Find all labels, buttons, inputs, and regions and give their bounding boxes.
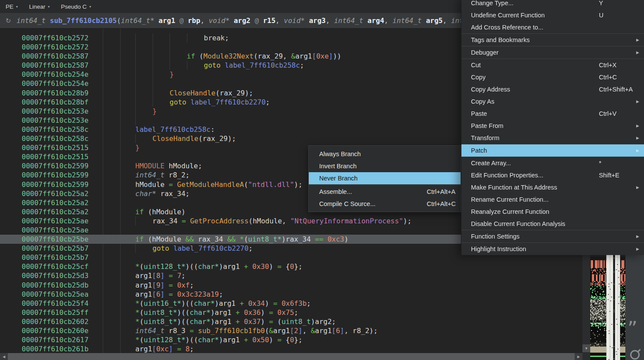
menu-item-disable-current-function-analysis[interactable]: Disable Current Function Analysis <box>461 218 644 230</box>
code-token: = <box>182 217 186 225</box>
toolbar-dropdown-pe[interactable]: PE▾ <box>6 3 18 10</box>
code-token: "ntdll.dll" <box>248 180 294 189</box>
code-token: , <box>282 217 290 225</box>
menu-item-highlight-instruction[interactable]: Highlight Instruction▶ <box>461 243 644 255</box>
code-token <box>173 290 177 298</box>
menu-item-reanalyze-current-function[interactable]: Reanalyze Current Function <box>461 206 644 218</box>
submenu-item-never-branch[interactable]: Never Branch <box>309 172 461 184</box>
code-token: 0 <box>290 262 294 271</box>
menu-item-tags-and-bookmarks[interactable]: Tags and Bookmarks▶ <box>461 34 644 46</box>
menu-item-label: Paste <box>471 110 487 117</box>
code-row[interactable]: 00007ff610cb25cf*(uint128_t*)((char*)arg… <box>0 262 582 271</box>
code-row[interactable]: 00007ff610cb25dbarg1[9] = 0xf; <box>0 281 582 290</box>
code-token: [ <box>290 327 294 335</box>
code-token: label_7ff610cb258c <box>135 125 210 134</box>
code-token: rax_34 <box>286 235 311 243</box>
code-line: HMODULE hModule; <box>135 161 202 170</box>
code-line: CloseHandle(rax_29); <box>135 134 236 143</box>
code-token: ] <box>298 327 303 335</box>
magnifier-icon[interactable] <box>630 350 640 360</box>
indent-guide <box>153 43 170 52</box>
menu-item-debugger[interactable]: Debugger▶ <box>461 46 644 59</box>
menu-item-make-function-at-this-address[interactable]: Make Function at This Address▶ <box>461 181 644 193</box>
code-token <box>164 290 169 298</box>
menu-item-cut[interactable]: CutCtrl+X <box>461 59 644 71</box>
code-token: 8 <box>156 272 160 280</box>
indent-guide <box>170 43 187 52</box>
code-token <box>164 272 169 280</box>
horizontal-scrollbar[interactable]: ◀ ▶ <box>0 353 582 360</box>
menu-item-rename-current-function[interactable]: Rename Current Function... <box>461 193 644 206</box>
menu-item-paste[interactable]: PasteCtrl+V <box>461 108 644 120</box>
menu-item-copy[interactable]: CopyCtrl+C <box>461 71 644 83</box>
scroll-left-button[interactable]: ◀ <box>0 353 8 360</box>
address: 00007ff610cb260e <box>22 326 88 335</box>
menu-shortcut: Ctrl+Shift+A <box>599 83 633 95</box>
menu-item-paste-from[interactable]: Paste From▶ <box>461 120 644 132</box>
code-row[interactable]: 00007ff610cb25f4*(uint16_t*)((char*)arg1… <box>0 299 582 308</box>
code-token: uint8_t <box>281 317 311 326</box>
code-row[interactable]: 00007ff610cb25ff*(uint8_t*)((char*)arg1 … <box>0 308 582 317</box>
menu-item-undefine-current-function[interactable]: Undefine Current FunctionU <box>461 9 644 21</box>
function-signature[interactable]: int64_t sub_7ff610cb2105(int64_t* arg1 @… <box>16 16 472 25</box>
code-row[interactable]: 00007ff610cb2617*(uint128_t*)((char*)arg… <box>0 335 582 344</box>
code-token: 0xc <box>156 345 169 353</box>
code-token: CloseHandle <box>170 89 216 97</box>
address: 00007ff610cb28b9 <box>22 88 88 98</box>
code-token: )arg2; <box>311 317 336 326</box>
menu-item-label: Compile C Source... <box>319 200 376 207</box>
code-token: )(( <box>186 336 198 344</box>
code-row[interactable]: 00007ff610cb25eaarg1[6] = 0x3c323a19; <box>0 290 582 299</box>
menu-shortcut: Ctrl+Alt+C <box>427 198 456 210</box>
menu-item-copy-as[interactable]: Copy As▶ <box>461 95 644 108</box>
submenu-item-always-branch[interactable]: Always Branch <box>309 148 461 160</box>
menu-item-label: Assemble... <box>319 188 352 195</box>
code-line <box>135 43 187 52</box>
code-row[interactable]: 00007ff610cb261barg1[0xc] = 8; <box>0 344 582 353</box>
menu-item-copy-address[interactable]: Copy AddressCtrl+Shift+A <box>461 83 644 95</box>
code-token <box>164 281 169 289</box>
menu-item-label: Always Branch <box>319 151 361 157</box>
quote-marks-icon[interactable]: ” <box>628 319 638 338</box>
toolbar-dropdown-pseudo-c[interactable]: Pseudo C▾ <box>61 3 91 10</box>
context-menu: Change Type...YUndefine Current Function… <box>461 0 644 255</box>
toolbar-dropdown-linear[interactable]: Linear▾ <box>29 3 50 10</box>
menu-item-label: Invert Branch <box>319 163 356 170</box>
horizontal-scrollbar-thumb[interactable] <box>8 353 575 360</box>
code-token: hModule <box>135 180 169 189</box>
submenu-arrow-icon: ▶ <box>636 46 639 59</box>
code-token: ); <box>294 180 302 189</box>
code-token: ] <box>169 345 173 353</box>
submenu-item-assemble[interactable]: Assemble...Ctrl+Alt+A <box>309 186 461 198</box>
code-row[interactable]: 00007ff610cb2602*(uint8_t*)((char*)arg1 … <box>0 317 582 326</box>
indent-guide <box>153 79 170 88</box>
submenu-item-compile-c-source[interactable]: Compile C Source...Ctrl+Alt+C <box>309 198 461 210</box>
menu-item-edit-function-properties[interactable]: Edit Function Properties...Shift+E <box>461 169 644 181</box>
menu-item-create-array[interactable]: Create Array...* <box>461 157 644 169</box>
code-token: arg1 <box>215 317 232 326</box>
address: 00007ff610cb25b7 <box>22 244 88 253</box>
code-row[interactable]: 00007ff610cb260eint64_t r8_3 = sub_7ff61… <box>0 326 582 335</box>
code-token: * <box>135 262 140 271</box>
menu-item-function-settings[interactable]: Function Settings▶ <box>461 230 644 242</box>
menu-item-change-type[interactable]: Change Type...Y <box>461 0 644 9</box>
code-line <box>135 116 153 125</box>
scroll-down-button[interactable]: ▼ <box>582 344 590 352</box>
code-token: rax_34; <box>156 190 190 198</box>
menu-item-transform[interactable]: Transform▶ <box>461 132 644 144</box>
code-token: rax_34 <box>153 217 182 225</box>
submenu-item-invert-branch[interactable]: Invert Branch <box>309 160 461 172</box>
address: 00007ff610cb25a2 <box>22 189 88 198</box>
code-token: ( <box>144 208 152 216</box>
menu-item-label: Reanalyze Current Function <box>471 208 549 215</box>
menu-shortcut: Shift+E <box>599 169 619 181</box>
code-token: = <box>269 317 273 326</box>
scroll-right-button[interactable]: ▶ <box>575 353 582 360</box>
indent-guide <box>135 61 153 70</box>
address: 00007ff610cb25a2 <box>22 198 88 207</box>
menu-item-patch[interactable]: Patch▶ <box>461 144 644 157</box>
menu-item-add-cross-reference-to[interactable]: Add Cross Reference to... <box>461 21 644 33</box>
code-token <box>173 180 177 189</box>
refresh-icon[interactable]: ↻ <box>3 17 13 25</box>
code-row[interactable]: 00007ff610cb25d3arg1[8] = 7; <box>0 271 582 280</box>
